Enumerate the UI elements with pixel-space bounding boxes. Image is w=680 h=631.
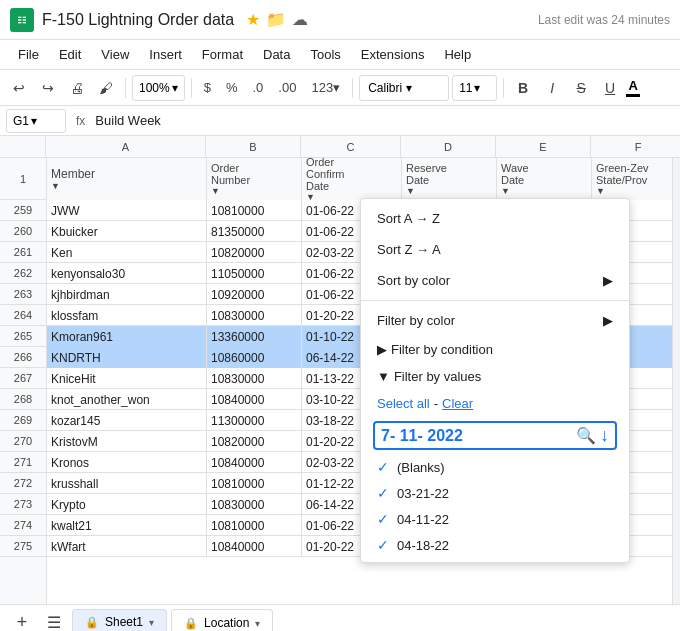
font-selector[interactable]: Calibri ▾ bbox=[359, 75, 449, 101]
percent-button[interactable]: % bbox=[220, 78, 244, 97]
formula-input[interactable]: Build Week bbox=[95, 113, 674, 128]
folder-icon[interactable]: 📁 bbox=[266, 10, 286, 29]
checkbox-03-21-22[interactable]: ✓ 03-21-22 bbox=[361, 480, 629, 506]
checkbox-04-11-22[interactable]: ✓ 04-11-22 bbox=[361, 506, 629, 532]
cell-269-a[interactable]: kozar145 bbox=[47, 410, 207, 431]
menu-data[interactable]: Data bbox=[255, 44, 298, 65]
cell-267-b[interactable]: 10830000 bbox=[207, 368, 302, 389]
menu-extensions[interactable]: Extensions bbox=[353, 44, 433, 65]
cell-272-a[interactable]: krusshall bbox=[47, 473, 207, 494]
checkbox-04-18-22[interactable]: ✓ 04-18-22 bbox=[361, 532, 629, 558]
cell-275-b[interactable]: 10840000 bbox=[207, 536, 302, 557]
cell-264-b[interactable]: 10830000 bbox=[207, 305, 302, 326]
bold-button[interactable]: B bbox=[510, 75, 536, 101]
cell-271-a[interactable]: Kronos bbox=[47, 452, 207, 473]
undo-button[interactable]: ↩ bbox=[6, 75, 32, 101]
sort-z-a-item[interactable]: Sort Z → A bbox=[361, 234, 629, 265]
cell-270-a[interactable]: KristovM bbox=[47, 431, 207, 452]
cell-reference[interactable]: G1 ▾ bbox=[6, 109, 66, 133]
italic-button[interactable]: I bbox=[539, 75, 565, 101]
star-icon[interactable]: ★ bbox=[246, 10, 260, 29]
menu-view[interactable]: View bbox=[93, 44, 137, 65]
cell-263-a[interactable]: kjhbirdman bbox=[47, 284, 207, 305]
cell-265-a[interactable]: Kmoran961 bbox=[47, 326, 207, 347]
search-icon[interactable]: 🔍 bbox=[576, 426, 596, 445]
decimal1-button[interactable]: .0 bbox=[247, 78, 270, 97]
sort-color-arrow: ▶ bbox=[603, 273, 613, 288]
header-reserve-date: ReserveDate▼ bbox=[402, 158, 497, 200]
cell-265-b[interactable]: 13360000 bbox=[207, 326, 302, 347]
sheet-menu-button[interactable]: ☰ bbox=[40, 609, 68, 632]
row-262: 262 bbox=[0, 263, 46, 284]
cell-274-a[interactable]: kwalt21 bbox=[47, 515, 207, 536]
zoom-control[interactable]: 100% ▾ bbox=[132, 75, 185, 101]
location-label: Location bbox=[204, 616, 249, 630]
col-e-header[interactable]: E bbox=[496, 136, 591, 157]
add-sheet-button[interactable]: + bbox=[8, 609, 36, 632]
font-size-selector[interactable]: 11 ▾ bbox=[452, 75, 497, 101]
col-f-header[interactable]: F bbox=[591, 136, 680, 157]
menu-file[interactable]: File bbox=[10, 44, 47, 65]
row-263: 263 bbox=[0, 284, 46, 305]
cell-260-a[interactable]: Kbuicker bbox=[47, 221, 207, 242]
checkbox-blanks[interactable]: ✓ (Blanks) bbox=[361, 454, 629, 480]
cell-273-b[interactable]: 10830000 bbox=[207, 494, 302, 515]
col-d-header[interactable]: D bbox=[401, 136, 496, 157]
font-color-button[interactable]: A bbox=[626, 78, 640, 97]
cell-263-b[interactable]: 10920000 bbox=[207, 284, 302, 305]
cell-261-a[interactable]: Ken bbox=[47, 242, 207, 263]
cell-269-b[interactable]: 11300000 bbox=[207, 410, 302, 431]
redo-button[interactable]: ↪ bbox=[35, 75, 61, 101]
values-triangle: ▼ bbox=[377, 369, 390, 384]
cell-275-a[interactable]: kWfart bbox=[47, 536, 207, 557]
cell-266-b[interactable]: 10860000 bbox=[207, 347, 302, 368]
app-icon bbox=[10, 8, 34, 32]
cell-272-b[interactable]: 10810000 bbox=[207, 473, 302, 494]
sort-by-color-item[interactable]: Sort by color ▶ bbox=[361, 265, 629, 296]
menu-format[interactable]: Format bbox=[194, 44, 251, 65]
currency-button[interactable]: $ bbox=[198, 78, 217, 97]
cell-273-a[interactable]: Krypto bbox=[47, 494, 207, 515]
underline-button[interactable]: U bbox=[597, 75, 623, 101]
cell-262-a[interactable]: kenyonsalo30 bbox=[47, 263, 207, 284]
paint-format-button[interactable]: 🖌 bbox=[93, 75, 119, 101]
clear-link[interactable]: Clear bbox=[442, 396, 473, 411]
cell-267-a[interactable]: KniceHit bbox=[47, 368, 207, 389]
cell-271-b[interactable]: 10840000 bbox=[207, 452, 302, 473]
cell-262-b[interactable]: 11050000 bbox=[207, 263, 302, 284]
cell-270-b[interactable]: 10820000 bbox=[207, 431, 302, 452]
cell-259-b[interactable]: 10810000 bbox=[207, 200, 302, 221]
tab-location[interactable]: 🔒 Location ▾ bbox=[171, 609, 273, 632]
cell-266-a[interactable]: KNDRTH bbox=[47, 347, 207, 368]
select-all-link[interactable]: Select all bbox=[377, 396, 430, 411]
download-arrow-icon[interactable]: ↓ bbox=[600, 425, 609, 446]
tab-sheet1[interactable]: 🔒 Sheet1 ▾ bbox=[72, 609, 167, 632]
col-a-header[interactable]: A bbox=[46, 136, 206, 157]
search-input[interactable] bbox=[381, 427, 572, 445]
cell-260-b[interactable]: 81350000 bbox=[207, 221, 302, 242]
filter-by-color-item[interactable]: Filter by color ▶ bbox=[361, 305, 629, 336]
menu-insert[interactable]: Insert bbox=[141, 44, 190, 65]
col-c-header[interactable]: C bbox=[301, 136, 401, 157]
decimal2-button[interactable]: .00 bbox=[272, 78, 302, 97]
cell-259-a[interactable]: JWW bbox=[47, 200, 207, 221]
cell-268-b[interactable]: 10840000 bbox=[207, 389, 302, 410]
strikethrough-button[interactable]: S bbox=[568, 75, 594, 101]
cell-264-a[interactable]: klossfam bbox=[47, 305, 207, 326]
cell-261-b[interactable]: 10820000 bbox=[207, 242, 302, 263]
print-button[interactable]: 🖨 bbox=[64, 75, 90, 101]
menu-tools[interactable]: Tools bbox=[302, 44, 348, 65]
filter-by-values-section[interactable]: ▼ Filter by values bbox=[361, 363, 629, 390]
fx-icon: fx bbox=[72, 114, 89, 128]
cell-274-b[interactable]: 10810000 bbox=[207, 515, 302, 536]
header-member: Member▼ bbox=[47, 158, 207, 200]
menu-help[interactable]: Help bbox=[436, 44, 479, 65]
filter-by-condition-section[interactable]: ▶ Filter by condition bbox=[361, 336, 629, 363]
cell-268-a[interactable]: knot_another_won bbox=[47, 389, 207, 410]
col-b-header[interactable]: B bbox=[206, 136, 301, 157]
vertical-scrollbar[interactable] bbox=[672, 158, 680, 604]
sort-a-z-item[interactable]: Sort A → Z bbox=[361, 203, 629, 234]
cloud-icon[interactable]: ☁ bbox=[292, 10, 308, 29]
menu-edit[interactable]: Edit bbox=[51, 44, 89, 65]
decimal3-button[interactable]: 123▾ bbox=[305, 78, 346, 97]
